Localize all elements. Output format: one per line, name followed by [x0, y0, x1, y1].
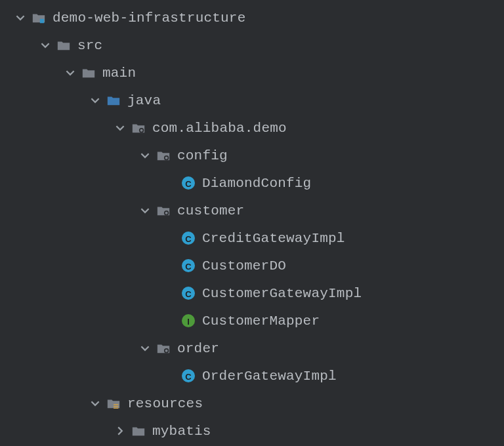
folder-icon [79, 66, 98, 80]
tree-row[interactable]: ICustomerMapper [0, 307, 504, 334]
tree-item-label: CustomerMapper [202, 314, 320, 329]
java-interface-icon: I [178, 314, 198, 328]
chevron-down-icon[interactable] [112, 123, 129, 132]
java-class-icon: C [178, 231, 198, 245]
svg-point-4 [165, 157, 168, 159]
svg-point-2 [140, 129, 143, 132]
chevron-down-icon[interactable] [87, 399, 104, 408]
tree-item-label: main [102, 66, 136, 81]
svg-text:I: I [187, 317, 190, 327]
svg-text:C: C [185, 372, 192, 382]
tree-item-label: config [177, 148, 228, 163]
package-icon [129, 121, 148, 135]
chevron-down-icon[interactable] [37, 41, 54, 50]
tree-item-label: OrderGatewayImpl [202, 369, 337, 384]
package-icon [154, 148, 173, 163]
project-tree: demo-web-infrastructuresrcmainjavacom.al… [0, 0, 504, 446]
tree-row[interactable]: config [0, 142, 504, 169]
source-folder-icon [104, 93, 123, 108]
svg-point-8 [165, 212, 168, 214]
tree-row[interactable]: customer [0, 197, 504, 224]
java-class-icon: C [178, 258, 198, 273]
svg-text:C: C [185, 289, 192, 299]
folder-icon [129, 424, 148, 438]
tree-item-label: CustomerGatewayImpl [202, 286, 362, 301]
tree-item-label: CustomerDO [202, 258, 286, 274]
resources-folder-icon [104, 396, 123, 411]
module-folder-icon [29, 10, 49, 25]
tree-row[interactable]: CCreditGatewayImpl [0, 224, 504, 252]
tree-row[interactable]: java [0, 87, 504, 114]
java-class-icon: C [178, 176, 198, 190]
chevron-right-icon[interactable] [112, 426, 129, 436]
tree-row[interactable]: src [0, 31, 504, 59]
chevron-down-icon[interactable] [12, 13, 29, 22]
tree-row[interactable]: CDiamondConfig [0, 169, 504, 197]
tree-item-label: order [177, 341, 219, 356]
package-icon [154, 341, 173, 355]
chevron-down-icon[interactable] [87, 96, 104, 105]
tree-item-label: java [127, 93, 161, 108]
tree-row[interactable]: order [0, 334, 504, 362]
chevron-down-icon[interactable] [136, 206, 154, 215]
tree-row[interactable]: CCustomerGatewayImpl [0, 279, 504, 307]
tree-item-label: customer [177, 203, 244, 218]
tree-row[interactable]: demo-web-infrastructure [0, 4, 504, 31]
tree-item-label: mybatis [152, 424, 211, 439]
chevron-down-icon[interactable] [136, 344, 154, 353]
svg-text:C: C [185, 179, 192, 189]
tree-item-label: DiamondConfig [202, 176, 311, 191]
tree-item-label: src [77, 38, 102, 53]
svg-rect-0 [40, 19, 44, 23]
java-class-icon: C [178, 369, 198, 383]
chevron-down-icon[interactable] [136, 151, 154, 160]
svg-text:C: C [185, 234, 192, 244]
tree-row[interactable]: resources [0, 390, 504, 417]
tree-row[interactable]: com.alibaba.demo [0, 114, 504, 142]
tree-item-label: CreditGatewayImpl [202, 231, 345, 246]
tree-row[interactable]: main [0, 59, 504, 87]
java-class-icon: C [178, 286, 198, 300]
tree-row[interactable]: mybatis [0, 417, 504, 445]
tree-row[interactable]: CCustomerDO [0, 252, 504, 279]
tree-item-label: resources [127, 396, 203, 411]
svg-point-18 [165, 350, 168, 352]
tree-row[interactable]: COrderGatewayImpl [0, 362, 504, 390]
tree-item-label: com.alibaba.demo [152, 121, 287, 136]
svg-text:C: C [185, 262, 192, 272]
folder-icon [54, 38, 74, 52]
chevron-down-icon[interactable] [62, 68, 79, 77]
tree-item-label: demo-web-infrastructure [52, 10, 245, 26]
package-icon [154, 203, 173, 218]
